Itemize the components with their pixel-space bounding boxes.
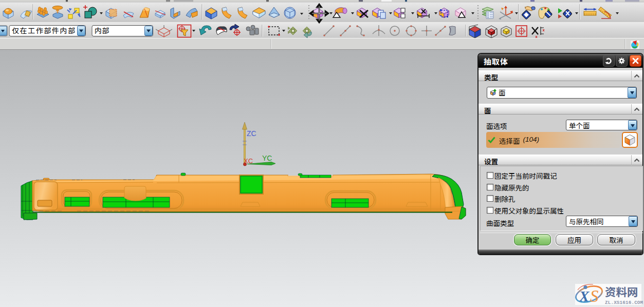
svg-text:X: X <box>579 288 590 304</box>
svg-text:S: S <box>590 287 599 305</box>
svg-text:XC: XC <box>244 157 253 165</box>
svg-text:ZC: ZC <box>247 129 256 138</box>
svg-text:资料网: 资料网 <box>605 283 638 299</box>
svg-text:仅在工作部件内部: 仅在工作部件内部 <box>12 25 76 35</box>
svg-text:内部: 内部 <box>95 25 109 35</box>
svg-text:YC: YC <box>262 154 272 162</box>
svg-text:ZL.XS1616.COM: ZL.XS1616.COM <box>605 300 643 305</box>
